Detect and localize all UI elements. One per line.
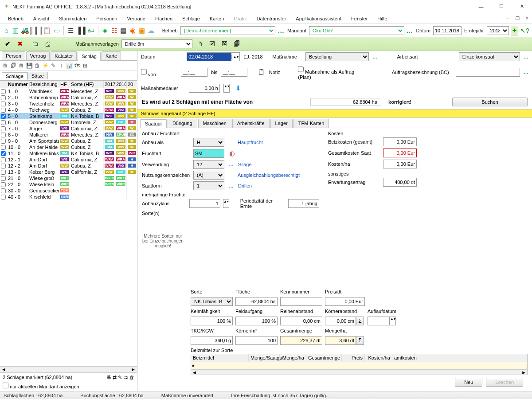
tab-karte[interactable]: Karte bbox=[102, 51, 121, 60]
close-button[interactable]: ✕ bbox=[512, 0, 532, 13]
left-tool4-icon[interactable]: 📊 bbox=[66, 62, 73, 69]
doc-check-icon[interactable]: 🗹 bbox=[207, 39, 217, 49]
tab-vertrag[interactable]: Vertrag bbox=[26, 51, 50, 60]
table-row[interactable]: 7 - 0AngerWGCalifornia, ZWWWRAW bbox=[0, 125, 137, 132]
table-row[interactable]: 40 - 0KirschfeldKERN bbox=[0, 194, 137, 200]
mandant-combo[interactable]: Öko GbR bbox=[309, 26, 404, 35]
row-checkbox[interactable] bbox=[1, 114, 6, 119]
dt-duengung[interactable]: Düngung bbox=[168, 119, 197, 128]
inp-keim[interactable] bbox=[191, 317, 233, 325]
inp-auf[interactable] bbox=[368, 317, 390, 325]
table-row[interactable]: 6 - 0DonnersbergWWUmbrella, ZWWSMM bbox=[0, 119, 137, 125]
menu-datentransfer[interactable]: Datentransfer bbox=[253, 15, 290, 23]
betrieb-dots[interactable]: … bbox=[277, 26, 285, 35]
row-checkbox[interactable] bbox=[1, 89, 6, 94]
cmb-verwendung[interactable]: 12 bbox=[193, 160, 224, 169]
cloud-icon[interactable]: ☁ bbox=[147, 26, 155, 35]
doc-arrow-icon[interactable]: 🗐 bbox=[232, 39, 242, 49]
inp-beizkosten[interactable] bbox=[383, 137, 417, 146]
truck-icon[interactable]: ▣ bbox=[138, 26, 145, 35]
row-checkbox[interactable] bbox=[1, 126, 6, 131]
dt-lager[interactable]: Lager bbox=[270, 119, 293, 128]
cmb-saatform[interactable]: 1 bbox=[193, 181, 224, 190]
layers-icon[interactable]: ◈ bbox=[101, 26, 109, 35]
cb-mandant[interactable]: nur aktuellen Mandant anzeigen bbox=[3, 384, 79, 389]
subtab-saetze[interactable]: Sätze bbox=[27, 72, 48, 79]
doc-x-icon[interactable]: 🗷 bbox=[220, 39, 230, 49]
fruchtart-picker-icon[interactable]: ◐ bbox=[227, 149, 237, 158]
link-silage[interactable]: Silage bbox=[238, 162, 252, 167]
left-del-icon[interactable]: 🗑 bbox=[34, 62, 41, 69]
inp-kostenha[interactable] bbox=[383, 160, 417, 168]
table-row[interactable]: 1 - 0WaldbleekWRAMercedes, ZWGWWW bbox=[0, 88, 137, 94]
row-checkbox[interactable] bbox=[1, 188, 6, 193]
col-2016[interactable]: 2016 bbox=[115, 81, 127, 88]
dt-tfm[interactable]: TFM-Karten bbox=[293, 119, 329, 128]
menu-fenster[interactable]: Fenster bbox=[348, 15, 371, 23]
note-icon[interactable]: 🗒 bbox=[258, 67, 266, 77]
table-row[interactable]: 8 - 0MolkereiWRAMercedes, ZHWZRÜBSC bbox=[0, 132, 137, 138]
lf-ico2[interactable]: ⇄ bbox=[113, 375, 117, 380]
barcode-icon[interactable]: ║║║ bbox=[31, 26, 41, 35]
report-icon[interactable]: 🗂 bbox=[30, 39, 40, 49]
table-row[interactable]: 30 - 0GemüseackerTOMA bbox=[0, 188, 137, 194]
inp-kornm[interactable] bbox=[235, 336, 278, 345]
menu-flaechen[interactable]: Flächen bbox=[152, 15, 176, 23]
add-icon[interactable]: ＋ bbox=[511, 26, 518, 35]
beizmittel-scrollbar[interactable]: ◄► bbox=[191, 369, 527, 375]
clipboard-icon[interactable]: 📋 bbox=[43, 26, 51, 35]
tab-kataster[interactable]: Kataster bbox=[51, 51, 77, 60]
inp-korn[interactable] bbox=[325, 317, 356, 325]
dt-saatgut[interactable]: Saatgut bbox=[140, 119, 167, 128]
sigma-mha[interactable]: Σ bbox=[356, 336, 364, 345]
col-bezeichnung[interactable]: Bezeichnung bbox=[28, 81, 59, 88]
massnahmevorlagen-combo[interactable]: Drille 3m bbox=[121, 39, 192, 48]
menu-ansicht[interactable]: Ansicht bbox=[30, 15, 53, 23]
home-icon[interactable]: ⌂ bbox=[3, 26, 10, 35]
menu-hilfe[interactable]: Hilfe bbox=[374, 15, 391, 23]
calendar-icon[interactable]: ☷ bbox=[110, 26, 118, 35]
tab-schlag[interactable]: Schlag bbox=[78, 52, 101, 61]
datum-input[interactable] bbox=[433, 26, 462, 35]
row-checkbox[interactable] bbox=[1, 102, 6, 106]
table-row[interactable]: 12 - 1Am DorfWGCalifornia, ZWRAWRAH bbox=[0, 156, 137, 163]
mandant-dots[interactable]: … bbox=[406, 26, 414, 35]
left-save-icon[interactable]: 💾 bbox=[26, 62, 33, 69]
col-sorte[interactable]: Sorte (HF) bbox=[70, 81, 104, 88]
menu-personen[interactable]: Personen bbox=[93, 15, 121, 23]
menu-karten[interactable]: Karten bbox=[206, 15, 227, 23]
menu-betrieb[interactable]: Betrieb bbox=[4, 15, 27, 23]
link-drillen[interactable]: Drillen bbox=[238, 183, 252, 188]
print-icon[interactable]: 🖨 bbox=[43, 39, 52, 49]
row-checkbox[interactable] bbox=[1, 151, 6, 156]
cmb-anbau-als[interactable]: H bbox=[193, 138, 224, 147]
inp-ges[interactable] bbox=[280, 336, 322, 345]
table-row[interactable]: 22 - 0Wiese kleinWIESWIESWIES bbox=[0, 181, 137, 188]
cmb-arbeitsart[interactable]: Einzelkornsaat bbox=[459, 52, 520, 61]
grid-body[interactable]: 1 - 0WaldbleekWRAMercedes, ZWGWWW2 - 0Bo… bbox=[0, 88, 137, 366]
card-icon[interactable]: ▭ bbox=[53, 26, 60, 35]
lf-ico5[interactable]: 🗑 bbox=[129, 375, 134, 380]
mdi-minimize[interactable]: – bbox=[503, 14, 512, 23]
neu-button[interactable]: Neu bbox=[455, 378, 482, 387]
dt-maschinen[interactable]: Maschinen bbox=[198, 119, 231, 128]
sigma-korn[interactable]: Σ bbox=[356, 317, 364, 325]
link-ausgleich[interactable]: Ausgleichzahlungsberechtigt bbox=[238, 172, 300, 178]
cb-von[interactable]: von bbox=[141, 72, 156, 77]
table-row[interactable]: 10 - 0An der HaldeWWCubus, ZSMWWW bbox=[0, 144, 137, 150]
table-row[interactable]: 3 - 0TwetenholzWRAMercedes, ZWWWWW bbox=[0, 101, 137, 107]
tractor-icon[interactable]: 🚜 bbox=[21, 26, 29, 35]
menu-vertraege[interactable]: Verträge bbox=[123, 15, 149, 23]
spreadsheet-icon[interactable]: ▦ bbox=[120, 26, 127, 35]
table-row[interactable]: 11 - 0Molkerei linksSMNK Tobias, BWGWWWR bbox=[0, 150, 137, 156]
columns-icon[interactable]: ▐▐ bbox=[76, 26, 86, 35]
row-checkbox[interactable] bbox=[1, 139, 6, 144]
inp-reihen[interactable] bbox=[280, 317, 322, 325]
beizmittel-row[interactable]: ▸ bbox=[191, 361, 527, 369]
buchen-button[interactable]: Buchen bbox=[452, 98, 528, 106]
check-icon[interactable]: ✔ bbox=[3, 39, 12, 49]
col-hf[interactable]: HF bbox=[59, 81, 70, 88]
rows-icon[interactable]: ☰ bbox=[67, 26, 74, 35]
saatform-dots[interactable]: … bbox=[229, 183, 234, 188]
tag-icon[interactable]: 🏷 bbox=[87, 26, 95, 35]
